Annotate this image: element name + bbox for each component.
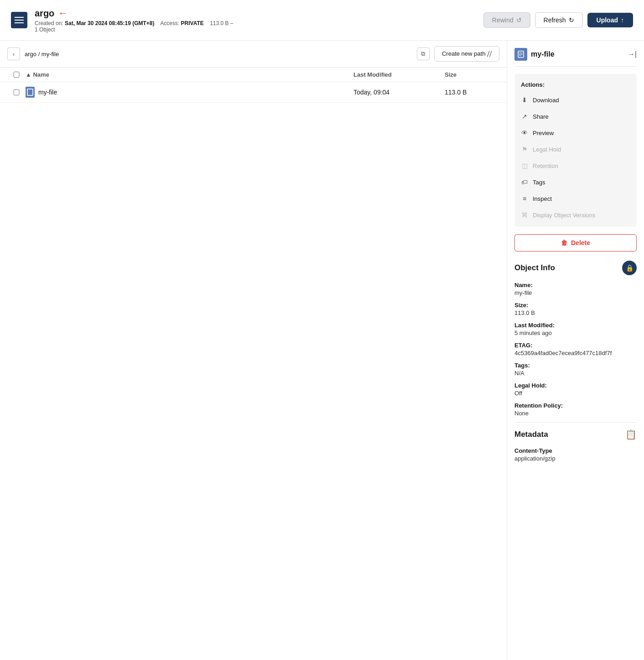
- created-label: Created on:: [35, 20, 63, 26]
- info-field-name: Name: my-file: [514, 282, 637, 296]
- object-info-section: Object Info 🔒: [514, 261, 637, 275]
- legal-hold-action: ⚑ Legal Hold: [514, 141, 637, 157]
- tags-action[interactable]: 🏷 Tags: [514, 174, 637, 190]
- metadata-title: Metadata: [514, 430, 548, 439]
- upload-label: Upload: [597, 16, 618, 24]
- sort-arrow-icon: ▲: [26, 71, 33, 78]
- preview-action[interactable]: 👁 Preview: [514, 125, 637, 141]
- actions-label: Actions:: [514, 78, 637, 92]
- main-content: ‹ argo / my-file ⧉ Create new path ⧸⧸ ▲ …: [0, 41, 644, 660]
- header-meta: Created on: Sat, Mar 30 2024 08:45:19 (G…: [35, 20, 476, 33]
- tags-info-value: N/A: [514, 370, 637, 377]
- copy-path-button[interactable]: ⧉: [417, 47, 430, 60]
- separator: –: [230, 20, 234, 26]
- content-type-value: application/gzip: [514, 455, 637, 462]
- info-field-retention: Retention Policy: None: [514, 402, 637, 417]
- logo-line: [15, 20, 24, 21]
- retention-info-label: Retention Policy:: [514, 402, 637, 409]
- inspect-action[interactable]: ≡ Inspect: [514, 190, 637, 207]
- file-size: 113.0 B: [445, 89, 499, 96]
- file-type-icon: [26, 87, 35, 98]
- file-table-header: ▲ Name Last Modified Size: [0, 68, 507, 82]
- upload-icon: ↑: [621, 16, 624, 24]
- delete-icon: 🗑: [561, 239, 567, 246]
- upload-button[interactable]: Upload ↑: [587, 13, 633, 27]
- file-panel: ‹ argo / my-file ⧉ Create new path ⧸⧸ ▲ …: [0, 41, 507, 660]
- refresh-icon: ↻: [569, 16, 574, 24]
- detail-header: my-file →|: [514, 48, 637, 67]
- share-icon: ↗: [521, 113, 528, 120]
- size-label: Size:: [514, 302, 637, 309]
- rewind-label: Rewind: [492, 16, 514, 24]
- display-versions-icon: ⌘: [521, 211, 528, 219]
- preview-label: Preview: [533, 130, 554, 136]
- info-field-size: Size: 113.0 B: [514, 302, 637, 316]
- download-icon: ⬇: [521, 96, 528, 104]
- info-field-legal-hold: Legal Hold: Off: [514, 382, 637, 397]
- logo-line: [15, 17, 24, 18]
- legal-hold-icon: ⚑: [521, 146, 528, 153]
- preview-icon: 👁: [521, 129, 528, 136]
- actions-section: Actions: ⬇ Download ↗ Share 👁 Preview ⚑ …: [514, 74, 637, 227]
- inspect-label: Inspect: [533, 195, 552, 202]
- legal-hold-info-label: Legal Hold:: [514, 382, 637, 389]
- content-type-section: Content-Type application/gzip: [514, 444, 637, 462]
- tags-icon: 🏷: [521, 178, 528, 186]
- etag-label: ETAG:: [514, 342, 637, 349]
- display-versions-action: ⌘ Display Object Versions: [514, 207, 637, 223]
- share-label: Share: [533, 113, 549, 120]
- header-arrow-icon: ←: [58, 7, 68, 19]
- access-value: PRIVATE: [181, 20, 204, 26]
- info-field-tags: Tags: N/A: [514, 362, 637, 377]
- file-name-cell: my-file: [26, 87, 353, 98]
- header-info: argo ← Created on: Sat, Mar 30 2024 08:4…: [35, 7, 476, 33]
- name-label: Name:: [514, 282, 637, 288]
- create-path-button[interactable]: Create new path ⧸⧸: [434, 46, 499, 62]
- modified-value: 5 minutes ago: [514, 330, 637, 336]
- col-size-header: Size: [445, 71, 499, 78]
- detail-close-button[interactable]: →|: [628, 50, 637, 58]
- access-label: Access:: [160, 20, 179, 26]
- refresh-button[interactable]: Refresh ↻: [535, 12, 583, 28]
- table-row[interactable]: my-file Today, 09:04 113.0 B: [0, 82, 507, 103]
- content-type-label: Content-Type: [514, 447, 637, 454]
- bucket-name: argo: [35, 8, 54, 19]
- create-path-label: Create new path ⧸⧸: [442, 50, 492, 58]
- tags-label: Tags: [533, 179, 545, 186]
- retention-action: ◫ Retention: [514, 157, 637, 174]
- bucket-size: 113.0 B: [210, 20, 229, 26]
- bucket-title: argo ←: [35, 7, 476, 19]
- file-name: my-file: [38, 89, 57, 96]
- row-checkbox[interactable]: [7, 89, 26, 95]
- back-button[interactable]: ‹: [7, 47, 20, 60]
- info-field-modified: Last Modified: 5 minutes ago: [514, 322, 637, 336]
- objects-count: 1 Object: [35, 26, 55, 33]
- select-all-checkbox[interactable]: [7, 72, 26, 78]
- download-action[interactable]: ⬇ Download: [514, 92, 637, 108]
- col-modified-header: Last Modified: [353, 71, 445, 78]
- app-header: argo ← Created on: Sat, Mar 30 2024 08:4…: [0, 0, 644, 41]
- tags-info-label: Tags:: [514, 362, 637, 369]
- rewind-button[interactable]: Rewind ↺: [483, 12, 530, 28]
- rewind-icon: ↺: [516, 16, 522, 24]
- breadcrumb-path: argo / my-file: [25, 51, 412, 58]
- metadata-section: Metadata 📋: [514, 422, 637, 444]
- retention-info-value: None: [514, 410, 637, 417]
- object-info-title: Object Info: [514, 263, 555, 272]
- delete-label: Delete: [571, 239, 590, 246]
- legal-hold-label: Legal Hold: [533, 146, 561, 153]
- download-label: Download: [533, 97, 559, 104]
- delete-button[interactable]: 🗑 Delete: [514, 234, 637, 251]
- detail-file-icon: [514, 48, 527, 61]
- breadcrumb-bar: ‹ argo / my-file ⧉ Create new path ⧸⧸: [0, 41, 507, 68]
- info-field-etag: ETAG: 4c5369a4fad0ec7ecea9fc477c18df7f: [514, 342, 637, 356]
- legal-hold-info-value: Off: [514, 390, 637, 397]
- retention-label: Retention: [533, 162, 558, 169]
- detail-title-row: my-file: [514, 48, 555, 61]
- share-action[interactable]: ↗ Share: [514, 108, 637, 125]
- refresh-label: Refresh: [544, 16, 566, 24]
- display-versions-label: Display Object Versions: [533, 212, 595, 219]
- metadata-icon: 📋: [625, 429, 637, 440]
- etag-value: 4c5369a4fad0ec7ecea9fc477c18df7f: [514, 350, 637, 356]
- name-value: my-file: [514, 289, 637, 296]
